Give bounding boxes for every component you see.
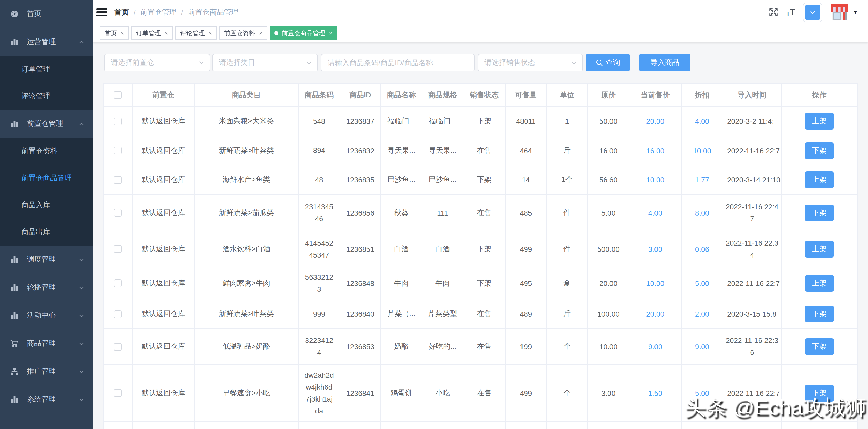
content-area: 请选择前置仓 请选择类目 请选择销售状态 查询 导入商品 — [93, 42, 868, 429]
cell-checkbox — [103, 195, 132, 231]
cell-id: 1236856 — [340, 195, 381, 231]
list-button[interactable]: 上架 — [805, 113, 834, 130]
list-button[interactable]: 上架 — [805, 275, 834, 291]
row-checkbox[interactable] — [114, 343, 122, 350]
breadcrumb-home[interactable]: 首页 — [114, 7, 129, 17]
cell-unit: 件 — [546, 231, 588, 267]
sidebar-item[interactable]: 系统管理 — [0, 385, 93, 413]
close-icon[interactable]: × — [209, 30, 212, 36]
search-button[interactable]: 查询 — [586, 54, 630, 72]
cell-name: 巴沙鱼... — [381, 165, 422, 195]
close-icon[interactable]: × — [259, 30, 262, 36]
status-select[interactable]: 请选择销售状态 — [478, 54, 583, 72]
cell-discount: 9.00 — [681, 329, 723, 365]
row-checkbox[interactable] — [114, 209, 122, 217]
row-checkbox[interactable] — [114, 176, 122, 184]
cell-status: 在售 — [463, 195, 505, 231]
store-avatar[interactable] — [830, 4, 848, 20]
sidebar-item[interactable]: 首页 — [0, 0, 93, 28]
row-checkbox[interactable] — [114, 310, 122, 318]
cell-status: 在售 — [463, 299, 505, 329]
app-root: 首页运营管理订单管理评论管理前置仓管理前置仓资料前置仓商品管理商品入库商品出库调… — [0, 0, 868, 429]
sidebar-item-label: 首页 — [27, 9, 41, 19]
sidebar-item[interactable]: 前置仓管理 — [0, 110, 93, 138]
warehouse-select[interactable]: 请选择前置仓 — [104, 54, 210, 72]
cell — [629, 422, 681, 429]
caret-down-icon[interactable]: ▼ — [853, 9, 858, 15]
cell-category: 低温乳品>奶酪 — [194, 329, 299, 365]
cell-action: 上架 — [781, 165, 858, 195]
search-input[interactable] — [321, 54, 475, 72]
row-checkbox[interactable] — [114, 117, 122, 125]
row-checkbox[interactable] — [114, 147, 122, 154]
cell-price: 10.00 — [588, 329, 629, 365]
chevron-down-icon — [805, 4, 820, 20]
view-tab[interactable]: 评论管理× — [176, 26, 217, 40]
column-header: 商品名称 — [381, 84, 422, 107]
bar-chart-icon — [10, 283, 19, 292]
view-tab[interactable]: 订单管理× — [131, 26, 173, 40]
sidebar-item[interactable]: 商品管理 — [0, 330, 93, 358]
cell-price: 56.60 — [588, 165, 629, 195]
list-button[interactable]: 上架 — [805, 241, 834, 257]
chevron-down-icon — [571, 60, 577, 66]
active-dot — [274, 31, 278, 35]
cell-action: 下架 — [781, 136, 858, 165]
row-checkbox[interactable] — [114, 245, 122, 253]
sidebar-item[interactable]: 推广管理 — [0, 358, 93, 385]
cell-import-time: 2022-11-16 22:3 6 — [723, 329, 781, 365]
cell-discount: 4.00 — [681, 107, 723, 136]
top-header: 首页 / 前置仓管理 / 前置仓商品管理 TT — [93, 0, 868, 24]
fullscreen-icon[interactable] — [769, 7, 778, 17]
cell-unit: 1 — [546, 107, 588, 136]
row-checkbox[interactable] — [114, 389, 122, 397]
cell-checkbox — [103, 267, 132, 299]
select-all-checkbox[interactable] — [114, 91, 122, 99]
delist-button[interactable]: 下架 — [805, 204, 834, 221]
column-header: 可售量 — [505, 84, 546, 107]
cell-action: 上架 — [781, 267, 858, 299]
view-tab[interactable]: 前置仓商品管理× — [270, 26, 337, 40]
close-icon[interactable]: × — [164, 30, 168, 36]
sidebar-item[interactable]: 运营管理 — [0, 28, 93, 56]
sidebar-item[interactable]: 调度管理 — [0, 246, 93, 274]
sidebar: 首页运营管理订单管理评论管理前置仓管理前置仓资料前置仓商品管理商品入库商品出库调… — [0, 0, 93, 429]
close-icon[interactable]: × — [121, 30, 124, 36]
delist-button[interactable]: 下架 — [805, 306, 834, 322]
cell-spec: 牛肉 — [422, 267, 463, 299]
bar-chart-icon — [10, 395, 19, 404]
cell-checkbox — [103, 231, 132, 267]
cell-name: 秋葵 — [381, 195, 422, 231]
sidebar-item[interactable]: 轮播管理 — [0, 274, 93, 302]
sidebar-subitem[interactable]: 前置仓商品管理 — [0, 165, 93, 192]
category-select[interactable]: 请选择类目 — [212, 54, 318, 72]
hamburger-icon[interactable] — [96, 8, 107, 16]
sidebar-subitem[interactable]: 订单管理 — [0, 56, 93, 83]
cell — [546, 422, 588, 429]
font-size-icon[interactable]: TT — [786, 8, 795, 17]
watermark: 头条 @Echa攻城狮 — [684, 393, 866, 422]
delist-button[interactable]: 下架 — [805, 142, 834, 159]
list-button[interactable]: 上架 — [805, 171, 834, 188]
row-checkbox[interactable] — [114, 279, 122, 287]
sidebar-subitem[interactable]: 前置仓资料 — [0, 138, 93, 165]
cell-discount: 2.00 — [681, 299, 723, 329]
import-product-button[interactable]: 导入商品 — [639, 54, 690, 72]
sidebar-subitem[interactable]: 评论管理 — [0, 83, 93, 110]
cell-price: 50.00 — [588, 107, 629, 136]
breadcrumb-item: 前置仓商品管理 — [188, 7, 239, 17]
delist-button[interactable]: 下架 — [805, 338, 834, 355]
header-dropdown-button[interactable] — [803, 2, 823, 22]
cell-spec: 小吃 — [422, 365, 463, 422]
close-icon[interactable]: × — [329, 30, 332, 36]
view-tab[interactable]: 首页× — [100, 26, 129, 40]
cell-name: 奶酪 — [381, 329, 422, 365]
chevron-down-icon — [306, 60, 312, 66]
view-tab[interactable]: 前置仓资料× — [219, 26, 267, 40]
cell-spec: 巴沙鱼... — [422, 165, 463, 195]
column-header: 商品类目 — [194, 84, 299, 107]
cell-sale-price: 20.00 — [629, 299, 681, 329]
sidebar-item[interactable]: 活动中心 — [0, 302, 93, 330]
sidebar-subitem[interactable]: 商品出库 — [0, 219, 93, 246]
sidebar-subitem[interactable]: 商品入库 — [0, 192, 93, 219]
